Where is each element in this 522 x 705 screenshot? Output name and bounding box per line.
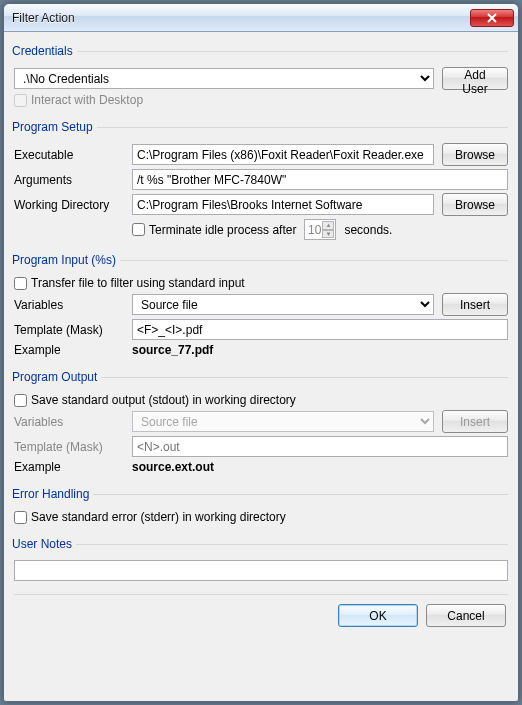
spinner-arrows[interactable]: ▲ ▼ xyxy=(322,221,334,238)
program-setup-legend: Program Setup xyxy=(12,120,97,134)
output-insert-button: Insert xyxy=(442,410,508,433)
credentials-combo[interactable]: .\No Credentials xyxy=(14,68,434,89)
user-notes-legend: User Notes xyxy=(12,537,76,551)
workdir-label: Working Directory xyxy=(14,198,124,212)
input-example-label: Example xyxy=(14,343,124,357)
user-notes-group: User Notes xyxy=(14,537,508,586)
input-insert-button[interactable]: Insert xyxy=(442,293,508,316)
interact-desktop-input[interactable] xyxy=(14,94,27,107)
output-template-label: Template (Mask) xyxy=(14,440,124,454)
save-stdout-label: Save standard output (stdout) in working… xyxy=(31,393,296,407)
input-variables-label: Variables xyxy=(14,298,124,312)
terminate-checkbox[interactable]: Terminate idle process after xyxy=(132,223,296,237)
chevron-down-icon[interactable]: ▼ xyxy=(322,230,334,239)
client-area: Credentials .\No Credentials Add User In… xyxy=(4,32,518,701)
save-stdout-checkbox[interactable]: Save standard output (stdout) in working… xyxy=(14,393,296,407)
input-template-field[interactable] xyxy=(132,319,508,340)
transfer-stdin-input[interactable] xyxy=(14,277,27,290)
interact-desktop-label: Interact with Desktop xyxy=(31,93,143,107)
executable-label: Executable xyxy=(14,148,124,162)
add-user-button[interactable]: Add User xyxy=(442,67,508,90)
close-button[interactable] xyxy=(470,9,514,27)
credentials-legend: Credentials xyxy=(12,44,77,58)
terminate-label: Terminate idle process after xyxy=(149,223,296,237)
executable-browse-button[interactable]: Browse xyxy=(442,143,508,166)
dialog-window: Filter Action Credentials .\No Credentia… xyxy=(3,3,519,702)
dialog-footer: OK Cancel xyxy=(14,594,508,636)
interact-desktop-checkbox[interactable]: Interact with Desktop xyxy=(14,93,143,107)
close-icon xyxy=(487,13,497,23)
save-stderr-checkbox[interactable]: Save standard error (stderr) in working … xyxy=(14,510,286,524)
arguments-label: Arguments xyxy=(14,173,124,187)
program-output-group: Program Output Save standard output (std… xyxy=(14,370,508,479)
program-input-group: Program Input (%s) Transfer file to filt… xyxy=(14,253,508,362)
output-variables-label: Variables xyxy=(14,415,124,429)
cancel-button[interactable]: Cancel xyxy=(426,604,506,627)
output-variables-combo: Source file xyxy=(132,411,434,432)
output-example-value: source.ext.out xyxy=(132,460,214,474)
ok-button[interactable]: OK xyxy=(338,604,418,627)
error-handling-legend: Error Handling xyxy=(12,487,93,501)
workdir-browse-button[interactable]: Browse xyxy=(442,193,508,216)
input-example-value: source_77.pdf xyxy=(132,343,213,357)
workdir-input[interactable] xyxy=(132,194,434,215)
window-title: Filter Action xyxy=(12,11,470,25)
terminate-input[interactable] xyxy=(132,223,145,236)
transfer-stdin-checkbox[interactable]: Transfer file to filter using standard i… xyxy=(14,276,245,290)
terminate-suffix: seconds. xyxy=(344,223,392,237)
terminate-seconds-spinner[interactable]: 10 ▲ ▼ xyxy=(304,219,336,240)
input-variables-combo[interactable]: Source file xyxy=(132,294,434,315)
titlebar[interactable]: Filter Action xyxy=(4,4,518,32)
program-output-legend: Program Output xyxy=(12,370,101,384)
transfer-stdin-label: Transfer file to filter using standard i… xyxy=(31,276,245,290)
credentials-group: Credentials .\No Credentials Add User In… xyxy=(14,44,508,112)
arguments-input[interactable] xyxy=(132,169,508,190)
save-stdout-input[interactable] xyxy=(14,394,27,407)
program-input-legend: Program Input (%s) xyxy=(12,253,120,267)
save-stderr-input[interactable] xyxy=(14,511,27,524)
input-template-label: Template (Mask) xyxy=(14,323,124,337)
user-notes-input[interactable] xyxy=(14,560,508,581)
save-stderr-label: Save standard error (stderr) in working … xyxy=(31,510,286,524)
output-example-label: Example xyxy=(14,460,124,474)
chevron-up-icon[interactable]: ▲ xyxy=(322,221,334,230)
program-setup-group: Program Setup Executable Browse Argument… xyxy=(14,120,508,245)
output-template-field xyxy=(132,436,508,457)
error-handling-group: Error Handling Save standard error (stde… xyxy=(14,487,508,529)
executable-input[interactable] xyxy=(132,144,434,165)
